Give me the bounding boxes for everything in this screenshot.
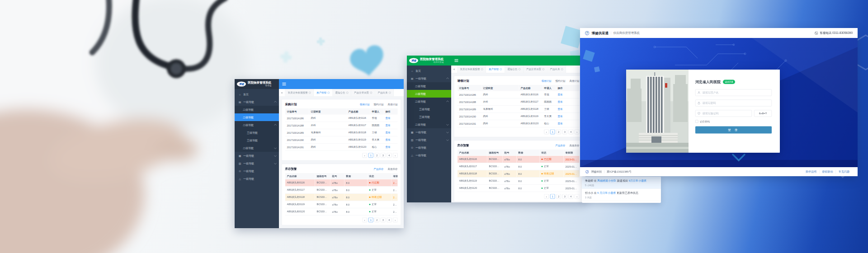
tab-close-icon[interactable] xyxy=(519,68,521,70)
sidebar-item[interactable]: △ 一级导航 xyxy=(235,175,279,183)
page-button[interactable]: › xyxy=(393,153,398,158)
page-button[interactable]: 2 xyxy=(375,218,380,223)
workspace-tab[interactable]: 产品分类设置 xyxy=(524,66,547,73)
username-input[interactable] xyxy=(695,89,772,96)
page-button[interactable]: ‹ xyxy=(544,130,549,135)
page-button[interactable]: 1 xyxy=(550,130,555,135)
tab-close-icon[interactable] xyxy=(370,92,373,94)
view-link[interactable]: 查看 xyxy=(386,117,391,119)
view-link[interactable]: 查看 xyxy=(558,115,563,117)
captcha-input[interactable] xyxy=(695,110,752,117)
page-button[interactable]: 4 xyxy=(387,153,392,158)
page-button[interactable]: 2 xyxy=(557,194,561,199)
sidebar-item[interactable]: ▤ 一级导航 xyxy=(235,98,279,106)
captcha-box[interactable]: 6+8=? xyxy=(754,110,772,117)
tab-close-icon[interactable] xyxy=(309,92,311,94)
workspace-tab[interactable]: 产品分类设置 xyxy=(351,89,375,96)
sidebar-item[interactable]: ▦ 一级导航 xyxy=(235,152,279,159)
stock-type-link[interactable]: 产品库存 xyxy=(556,144,566,147)
sidebar-item[interactable]: ⌂ 首页 xyxy=(235,90,279,98)
sidebar-item[interactable]: 三级导航 xyxy=(407,113,451,121)
plan-type-link[interactable]: 预约计划 xyxy=(556,79,566,83)
page-button[interactable]: 4 xyxy=(387,218,392,223)
activity-item[interactable]: 付小小 在 5 月日常小需求 更新至已发布状态 3 天前 xyxy=(582,189,661,201)
sidebar-item[interactable]: 二级导航 xyxy=(235,106,279,113)
menu-toggle-icon[interactable] xyxy=(283,84,286,84)
view-link[interactable]: 查看 xyxy=(386,124,391,126)
stock-type-link[interactable]: 高值库存 xyxy=(570,144,580,147)
login-button[interactable]: 登 录 xyxy=(695,126,772,134)
remember-me[interactable]: 记住密码 xyxy=(695,120,772,123)
page-button[interactable]: 1 xyxy=(368,153,373,158)
page-button[interactable]: 4 xyxy=(569,194,574,199)
stock-type-link[interactable]: 产品库存 xyxy=(374,167,384,171)
page-button[interactable]: 3 xyxy=(381,218,386,223)
sidebar-item[interactable]: 二级导航 xyxy=(407,98,451,105)
page-button[interactable]: 2 xyxy=(375,153,380,158)
plan-type-link[interactable]: 领用计划 xyxy=(360,103,370,106)
password-input[interactable] xyxy=(695,100,772,107)
view-link[interactable]: 查看 xyxy=(386,138,391,141)
tab-close-icon[interactable] xyxy=(481,68,483,70)
menu-toggle-icon[interactable] xyxy=(455,61,458,61)
stock-type-link[interactable]: 高值库存 xyxy=(388,167,398,171)
page-button[interactable]: 2 xyxy=(557,130,561,135)
tab-close-icon[interactable] xyxy=(389,92,391,94)
workspace-tab[interactable]: 资质证件效期预警 xyxy=(285,89,314,96)
plan-type-link[interactable]: 预约计划 xyxy=(374,103,384,106)
plan-type-link[interactable]: 高值计划 xyxy=(388,103,398,106)
footer-link[interactable]: 密钥驱动 xyxy=(819,170,836,174)
activity-link[interactable]: 5月日常小需求 xyxy=(629,179,646,182)
activity-item[interactable]: 朱老师 在 风锤精英小分队 新建项目 5月日常小需求 5 小时前 xyxy=(582,177,661,189)
sidebar-item[interactable]: 二级导航 xyxy=(235,144,279,152)
page-button[interactable]: 1 xyxy=(550,194,555,199)
workspace-tab[interactable]: 产品出库 xyxy=(375,89,394,96)
page-button[interactable]: 3 xyxy=(381,153,386,158)
page-button[interactable]: 1 xyxy=(368,218,373,223)
sidebar-item[interactable]: ⌂ 首页 xyxy=(407,67,451,75)
sidebar-item[interactable]: ▥ 一级导航 xyxy=(407,136,451,144)
page-button[interactable]: › xyxy=(575,130,580,135)
tab-close-icon[interactable] xyxy=(328,92,330,94)
sidebar-item[interactable]: 二级导航 xyxy=(407,82,451,90)
page-button[interactable]: › xyxy=(575,194,580,199)
workspace-tab[interactable]: 通知公告 xyxy=(333,89,352,96)
hospital-status-badge[interactable]: 请求开通 xyxy=(723,80,735,84)
workspace-tab[interactable]: 用户管理 xyxy=(314,89,333,96)
page-button[interactable]: ‹ xyxy=(363,218,368,223)
collapse-tabs-button[interactable]: « xyxy=(279,89,285,96)
activity-link[interactable]: 5 月日常小需求 xyxy=(597,191,616,194)
view-link[interactable]: 查看 xyxy=(558,108,563,110)
workspace-tab[interactable]: 用户管理 xyxy=(486,66,505,73)
page-button[interactable]: ‹ xyxy=(544,194,549,199)
sidebar-item[interactable]: ▤ 一级导航 xyxy=(407,75,451,82)
sidebar-item[interactable]: △ 一级导航 xyxy=(407,151,451,159)
footer-link[interactable]: 常见问题 xyxy=(836,170,853,174)
page-button[interactable]: › xyxy=(393,218,398,223)
tab-close-icon[interactable] xyxy=(500,68,502,70)
sidebar-item[interactable]: ⊙ 一级导航 xyxy=(407,144,451,151)
plan-type-link[interactable]: 高值计划 xyxy=(570,79,580,83)
workspace-tab[interactable]: 通知公告 xyxy=(505,66,524,73)
workspace-tab[interactable]: 产品出库 xyxy=(547,66,566,73)
view-link[interactable]: 查看 xyxy=(386,145,391,148)
workspace-tab[interactable]: 资质证件效期预警 xyxy=(458,66,486,73)
sidebar-item[interactable]: 二级导航 xyxy=(235,113,279,121)
remember-checkbox[interactable] xyxy=(695,120,698,123)
tab-close-icon[interactable] xyxy=(542,68,545,70)
collapse-tabs-button[interactable]: « xyxy=(451,66,458,73)
view-link[interactable]: 查看 xyxy=(558,93,563,96)
view-link[interactable]: 查看 xyxy=(558,100,563,103)
page-button[interactable]: ‹ xyxy=(363,153,368,158)
tab-close-icon[interactable] xyxy=(346,92,349,94)
sidebar-item[interactable]: 二级导航 xyxy=(407,90,451,98)
page-button[interactable]: 4 xyxy=(569,130,574,135)
plan-type-link[interactable]: 领用计划 xyxy=(542,79,552,83)
sidebar-item[interactable]: 三级导航 xyxy=(407,105,451,113)
footer-link[interactable]: 操作说明 xyxy=(803,170,819,174)
tab-close-icon[interactable] xyxy=(561,68,563,70)
sidebar-item[interactable]: 二级导航 xyxy=(235,121,279,129)
page-button[interactable]: 3 xyxy=(562,194,567,199)
sidebar-item[interactable]: 三级导航 xyxy=(235,136,279,144)
sidebar-item[interactable]: ⊙ 一级导航 xyxy=(235,167,279,175)
